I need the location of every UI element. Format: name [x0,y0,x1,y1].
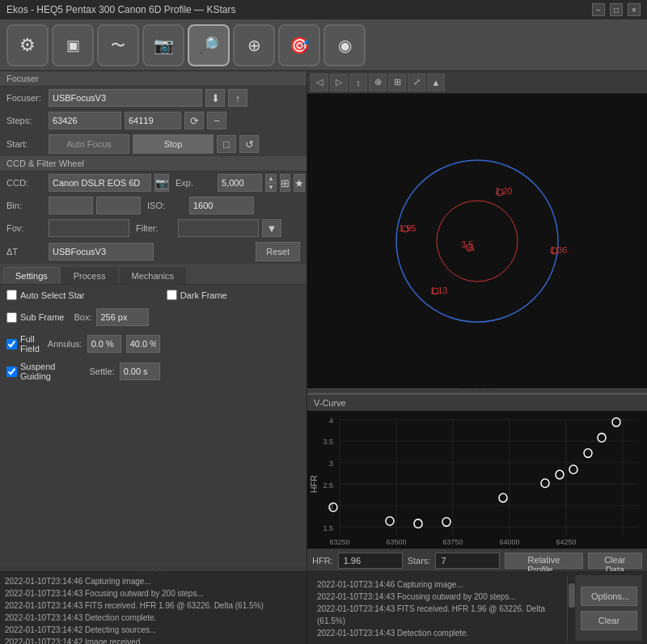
relative-profile-btn[interactable]: Relative Profile... [505,553,582,569]
svg-text:4: 4 [329,417,333,425]
svg-rect-14 [307,411,647,549]
steps-minus-btn[interactable]: − [207,112,226,129]
filter-options-btn[interactable]: ▼ [262,219,281,237]
focuser-connect-btn[interactable]: ⬇ [205,89,225,107]
auto-focus-btn[interactable]: Auto Focus [49,134,129,154]
vcurve-svg: 4 3.5 3 2.5 2 1.5 HFR 63250 63500 63750 … [307,411,647,549]
img-zoom-btn[interactable]: ↕ [349,74,367,91]
exp-spinner[interactable]: ▲ ▼ [265,174,277,192]
vcurve-chart: 4 3.5 3 2.5 2 1.5 HFR 63250 63500 63750 … [307,411,647,549]
fov-input [49,219,129,237]
ccd-icon-btn[interactable]: 📷 [154,174,169,192]
dt-row: ΔT USBFocusV3 Reset [0,239,307,264]
annulus-max-input[interactable] [126,335,160,353]
dark-frame-row: Dark Frame [167,290,300,300]
img-next-btn[interactable]: ▷ [330,74,348,91]
fov-label: Fov: [6,223,45,233]
right-log-content: 2022-01-10T23:14:46 Capturing image... 2… [312,575,567,641]
dark-frame-check[interactable] [167,290,177,300]
stars-input [435,553,500,569]
exp-label: Exp. [175,178,214,188]
suspend-guiding-check[interactable] [6,366,17,377]
steps-row: Steps: ⟳ − [0,109,307,132]
svg-text:3: 3 [329,460,333,468]
dt-label: ΔT [6,247,45,256]
img-crosshair-btn[interactable]: ⊕ [369,74,387,91]
steps-input[interactable] [49,112,121,129]
focuser-select[interactable]: USBFocusV3 [49,89,202,107]
fov-row: Fov: Filter: ▼ [0,217,307,239]
maximize-button[interactable]: □ [610,3,623,16]
auto-select-star-check[interactable] [6,290,17,300]
annulus-label: Annulus: [48,339,82,349]
toolbar-mount[interactable]: ◉ [324,24,366,66]
steps-target-input[interactable] [125,112,181,129]
bin-row: Bin: ISO: 1600 [0,194,307,217]
fullscreen-btn[interactable]: ⊞ [280,174,290,192]
svg-text:63500: 63500 [387,537,407,545]
box-select[interactable]: 256 px [96,308,149,326]
image-toolbar: ◁ ▷ ↕ ⊕ ⊞ ⤢ ▲ [307,71,647,94]
dark-frame-label: Dark Frame [180,290,227,300]
toolbar-guide[interactable]: 🎯 [278,24,320,66]
loop-btn[interactable]: ↺ [239,135,259,153]
tab-mechanics[interactable]: Mechanics [120,267,187,284]
img-up-btn[interactable]: ▲ [427,74,445,91]
scroll-thumb[interactable] [569,583,575,608]
capture-btn[interactable]: □ [217,135,236,153]
ccd-row: CCD: Canon DSLR EOS 6D 📷 Exp. ▲ ▼ ⊞ ★ [0,172,307,194]
ccd-select[interactable]: Canon DSLR EOS 6D [49,174,151,192]
titlebar: Ekos - HEQ5 Pentax 300 Canon 6D Profile … [0,0,647,19]
sub-frame-label: Sub Frame [20,312,64,322]
exp-up[interactable]: ▲ [265,174,277,183]
toolbar-setup[interactable]: ⚙ [6,24,49,66]
log-entry-1: 2022-01-10T23:14:43 Focusing outward by … [5,587,302,600]
tab-process[interactable]: Process [61,267,118,284]
svg-text:63750: 63750 [443,537,463,545]
toolbar-capture[interactable]: 📷 [142,24,184,66]
start-label: Start: [6,139,45,149]
vcurve-title: V-Curve [314,398,346,408]
stop-btn[interactable]: Stop [133,134,214,154]
tab-settings[interactable]: Settings [3,267,60,284]
stars-label: Stars: [408,556,431,566]
focuser-up-btn[interactable]: ↑ [228,89,247,107]
exp-down[interactable]: ▼ [265,183,277,192]
svg-text:64250: 64250 [556,537,577,545]
clear-btn[interactable]: Clear [581,611,637,630]
iso-select[interactable]: 1600 [189,197,254,214]
bin-input[interactable] [96,197,141,214]
options-btn[interactable]: Options... [581,587,637,606]
toolbar-focus[interactable]: 🔎 [188,24,230,66]
close-button[interactable]: × [628,3,641,16]
settings-panel: Auto Select Star Dark Frame Sub Frame Bo… [0,285,307,565]
log-entry-5: 2022-01-10T23:14:42 Image received. [5,636,302,644]
sub-frame-check[interactable] [6,312,17,323]
auto-select-star-row: Auto Select Star [6,290,160,300]
left-separator[interactable]: · · · · · [0,565,307,571]
minimize-button[interactable]: − [592,3,605,16]
img-fit-btn[interactable]: ⤢ [408,74,425,91]
steps-sync-btn[interactable]: ⟳ [184,112,204,129]
settle-input[interactable] [120,362,160,380]
img-grid-btn[interactable]: ⊞ [388,74,406,91]
img-prev-btn[interactable]: ◁ [311,74,328,91]
annulus-min-input[interactable] [87,335,121,353]
full-field-check[interactable] [6,339,17,350]
titlebar-controls: − □ × [592,3,641,16]
star-btn[interactable]: ★ [294,174,305,192]
right-scrollbar[interactable] [567,575,575,641]
dt-select[interactable]: USBFocusV3 [49,243,154,261]
exp-input[interactable] [218,174,262,192]
log-area: 2022-01-10T23:14:46 Capturing image... 2… [0,571,307,644]
svg-text:63250: 63250 [330,537,350,545]
iso-label: ISO: [147,201,186,210]
toolbar-scheduler[interactable]: ▣ [52,24,94,66]
full-field-label: Full Field [20,334,40,354]
toolbar-align[interactable]: ⊕ [233,24,275,66]
clear-data-btn[interactable]: Clear Data [588,553,642,569]
reset-btn[interactable]: Reset [256,242,300,261]
right-log-entry-1: 2022-01-10T23:14:43 Focusing outward by … [317,591,562,603]
bin-select[interactable] [49,197,93,214]
toolbar-analyze[interactable]: 〜 [97,24,139,66]
